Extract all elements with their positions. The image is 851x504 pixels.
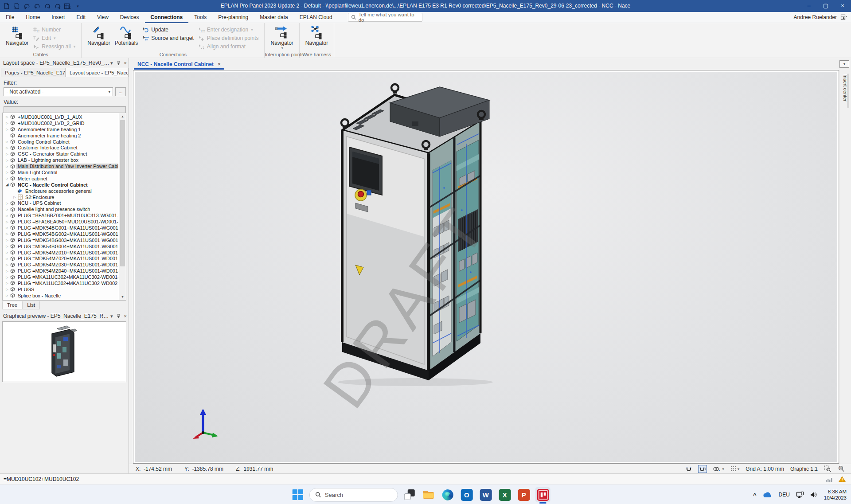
tab-pages[interactable]: Pages - EP5_Nacelle_E175_Rev... <box>1 68 66 77</box>
menu-tab-preplanning[interactable]: Pre-planning <box>212 12 254 23</box>
menu-tab-file[interactable]: File <box>0 12 20 23</box>
minimize-button[interactable]: – <box>800 0 817 12</box>
collapsed-arrow-icon[interactable]: ▷ <box>4 293 10 298</box>
delete-placement-icon[interactable] <box>64 2 71 10</box>
tree-item[interactable]: ▷PLUG =BFA16BZ001+MUD10UC413-WG001-XG001 <box>3 212 118 219</box>
collapsed-arrow-icon[interactable]: ▷ <box>4 280 10 286</box>
word-button[interactable]: W <box>478 487 493 502</box>
cables-reassign-button[interactable]: Reassign all▾ <box>31 42 78 51</box>
menu-tab-devices[interactable]: Devices <box>114 12 145 23</box>
tree-item[interactable]: ▷Nacelle light and presence switch <box>3 206 118 212</box>
outlook-button[interactable]: O <box>459 487 474 502</box>
tree-item[interactable]: ▷Anemometer frame heating 1 <box>3 126 118 133</box>
panel-pin-icon[interactable] <box>117 61 121 66</box>
tree-item[interactable]: ▷PLUG =MDK54BG001+MKA11US001-WG001-XG001 <box>3 225 118 231</box>
volume-icon[interactable] <box>810 492 818 498</box>
collapsed-arrow-icon[interactable]: ▷ <box>4 145 10 151</box>
progress-bars-icon[interactable] <box>825 477 832 482</box>
menu-tab-home[interactable]: Home <box>20 12 46 23</box>
tree-item[interactable]: ▷PLUGS <box>3 286 118 293</box>
collapsed-arrow-icon[interactable]: ▷ <box>4 286 10 292</box>
collapsed-arrow-icon[interactable]: ▷ <box>4 139 10 145</box>
collapsed-arrow-icon[interactable]: ▷ <box>4 274 10 280</box>
collapsed-arrow-icon[interactable]: ▷ <box>4 200 10 206</box>
menu-tab-insert[interactable]: Insert <box>46 12 70 23</box>
tree-item[interactable]: Anemometer frame heating 2 <box>3 133 118 139</box>
scrollbar-thumb[interactable] <box>120 120 125 266</box>
document-tab-ncc[interactable]: NCC - Nacelle Control Cabinet × <box>134 59 224 70</box>
cables-navigator-button[interactable]: Navigator <box>4 24 31 47</box>
collapsed-arrow-icon[interactable]: ▷ <box>4 250 10 255</box>
snap-icon[interactable] <box>686 466 692 472</box>
user-name[interactable]: Andree Ruelander <box>794 14 837 20</box>
taskbar-search-input[interactable]: Search <box>309 488 398 502</box>
cabinet-3d-model[interactable] <box>333 77 502 387</box>
collapsed-arrow-icon[interactable]: ▷ <box>4 243 10 249</box>
tree-item[interactable]: ▷S2:Enclosure <box>3 194 118 200</box>
tree-item[interactable]: ▷+MUD10UC002_LVD_2_GRID <box>3 120 118 126</box>
tree-item[interactable]: ▷+MUD10UC001_LVD_1_AUX <box>3 114 118 120</box>
tree-item[interactable]: ▷Customer Interface Cabinet <box>3 145 118 151</box>
collapsed-arrow-icon[interactable]: ▷ <box>4 164 10 169</box>
preview-pin-icon[interactable] <box>117 314 121 319</box>
collapsed-arrow-icon[interactable]: ▷ <box>4 213 10 219</box>
menu-tab-tools[interactable]: Tools <box>188 12 212 23</box>
zoom-rotate-icon[interactable]: 180 <box>837 465 845 472</box>
tree-item[interactable]: ▷PLUG =MDK54BG003+MKA11US001-WG001-XG001 <box>3 237 118 243</box>
language-indicator[interactable]: DEU <box>778 492 789 498</box>
menu-tab-edit[interactable]: Edit <box>70 12 91 23</box>
collapsed-arrow-icon[interactable]: ▷ <box>4 219 10 225</box>
start-button[interactable] <box>290 487 305 502</box>
connections-navigator-button[interactable]: Navigator <box>85 24 112 47</box>
scroll-up-icon[interactable]: ▲ <box>119 113 126 120</box>
tree-item[interactable]: ▷PLUG =MKA11UC302+MKA11UC302-WD001-XG001 <box>3 274 118 280</box>
interruption-navigator-button[interactable]: Navigator ▾ <box>268 24 295 51</box>
panel-close-icon[interactable]: × <box>124 60 127 66</box>
eplan-app-button[interactable] <box>535 487 550 502</box>
tree-item[interactable]: ▷PLUG =MKA11UC302+MKA11UC302-WD002-XG001 <box>3 280 118 286</box>
tree-item[interactable]: ▷PLUG =MDK54MZ030+MKA11US001-WD001-XG001 <box>3 262 118 268</box>
wire-harness-navigator-button[interactable]: Navigator <box>303 24 330 47</box>
filter-browse-button[interactable]: ... <box>115 87 126 96</box>
expanded-arrow-icon[interactable]: ◢ <box>4 182 10 188</box>
combo-dropdown-icon[interactable]: ▾ <box>108 90 110 94</box>
redo-all-icon[interactable] <box>54 2 61 10</box>
tree-item[interactable]: ▷PLUG =MDK54MZ010+MKA11US001-WD001-XG001 <box>3 250 118 256</box>
tab-tree[interactable]: Tree <box>2 301 22 309</box>
tree-item[interactable]: ▷PLUG =MDK54MZ040+MKA11US001-WD001-XG001 <box>3 268 118 274</box>
tree-item[interactable]: ◢NCC - Nacelle Control Cabinet <box>3 182 118 188</box>
tab-list[interactable]: List <box>22 301 40 309</box>
menu-tab-masterdata[interactable]: Master data <box>254 12 293 23</box>
file-explorer-button[interactable] <box>421 487 436 502</box>
tab-close-icon[interactable]: × <box>218 61 221 67</box>
place-definition-points-button[interactable]: Place definition points <box>196 34 261 42</box>
collapsed-arrow-icon[interactable]: ▷ <box>12 194 17 200</box>
collapsed-arrow-icon[interactable]: ▷ <box>4 126 10 132</box>
collapsed-arrow-icon[interactable]: ▷ <box>4 237 10 243</box>
undo-icon[interactable] <box>23 2 31 10</box>
graphic-scale-label[interactable]: Graphic 1:1 <box>790 466 818 472</box>
close-button[interactable]: × <box>834 0 851 12</box>
cables-number-button[interactable]: 123 Number <box>31 25 78 34</box>
align-and-format-button[interactable]: Align and format <box>196 42 261 51</box>
edge-browser-button[interactable] <box>440 487 455 502</box>
tray-chevron-icon[interactable]: ^ <box>753 492 757 498</box>
grid-size-label[interactable]: Grid A: 1.00 mm <box>746 466 784 472</box>
source-and-target-button[interactable]: Source and target <box>140 34 195 42</box>
tree-item[interactable]: ▷PLUG =MDK54BG002+MKA11US001-WG001-XG001 <box>3 231 118 237</box>
update-connections-button[interactable]: Update <box>140 25 195 34</box>
powerpoint-button[interactable]: P <box>516 487 531 502</box>
collapsed-arrow-icon[interactable]: ▷ <box>4 176 10 181</box>
menu-tab-eplancloud[interactable]: EPLAN Cloud <box>294 12 338 23</box>
tree-item[interactable]: ▷Main Distribution and Yaw Inverter Powe… <box>3 163 118 169</box>
open-document-icon[interactable] <box>13 2 20 10</box>
tree-item[interactable]: ▷PLUG =MDK54MZ020+MKA11US001-WD001-XG001 <box>3 255 118 262</box>
enter-designation-button[interactable]: 123 Enter designation▾ <box>196 25 261 34</box>
menu-tab-connections[interactable]: Connections <box>145 12 189 23</box>
warning-icon[interactable] <box>839 476 846 482</box>
new-document-icon[interactable] <box>3 2 10 10</box>
undo-all-icon[interactable] <box>33 2 41 10</box>
tree-scrollbar[interactable]: ▲ ▼ <box>119 113 126 300</box>
3d-viewport[interactable]: DRAFT <box>135 72 837 462</box>
clock[interactable]: 8:38 AM 10/4/2023 <box>824 488 847 501</box>
